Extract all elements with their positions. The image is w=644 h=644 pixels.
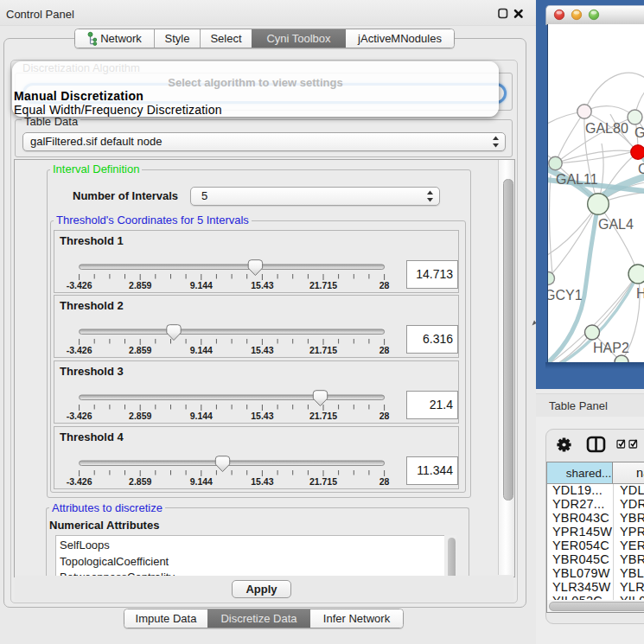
svg-text:GAL80: GAL80 xyxy=(585,121,628,136)
svg-text:9.144: 9.144 xyxy=(190,345,213,355)
svg-text:21.715: 21.715 xyxy=(309,476,337,487)
svg-text:2.859: 2.859 xyxy=(129,476,151,487)
svg-text:2.859: 2.859 xyxy=(129,345,151,355)
svg-text:21.715: 21.715 xyxy=(309,280,337,290)
svg-text:15.43: 15.43 xyxy=(251,476,273,487)
svg-text:GCY1: GCY1 xyxy=(548,288,583,303)
svg-text:GA: GA xyxy=(634,125,644,140)
svg-text:9.144: 9.144 xyxy=(190,411,213,421)
svg-text:15.43: 15.43 xyxy=(251,280,273,290)
svg-text:28: 28 xyxy=(379,345,390,355)
svg-text:28: 28 xyxy=(379,280,390,290)
svg-text:15.43: 15.43 xyxy=(251,411,273,421)
svg-text:-3.426: -3.426 xyxy=(67,476,92,487)
svg-text:28: 28 xyxy=(379,411,390,421)
svg-text:GAL4: GAL4 xyxy=(598,217,634,232)
svg-text:9.144: 9.144 xyxy=(190,476,213,487)
svg-text:C: C xyxy=(638,162,644,176)
svg-text:-3.426: -3.426 xyxy=(67,411,92,421)
svg-text:-3.426: -3.426 xyxy=(67,345,92,355)
svg-text:21.715: 21.715 xyxy=(309,411,337,421)
svg-text:28: 28 xyxy=(379,476,390,487)
svg-text:15.43: 15.43 xyxy=(251,345,273,355)
svg-text:H: H xyxy=(636,286,644,301)
svg-text:GAL11: GAL11 xyxy=(556,172,598,187)
svg-text:2.859: 2.859 xyxy=(129,280,151,290)
svg-text:21.715: 21.715 xyxy=(309,345,337,355)
svg-text:-3.426: -3.426 xyxy=(67,280,92,290)
svg-text:2.859: 2.859 xyxy=(129,411,151,421)
svg-text:9.144: 9.144 xyxy=(190,280,213,290)
svg-text:HAP2: HAP2 xyxy=(593,341,629,355)
